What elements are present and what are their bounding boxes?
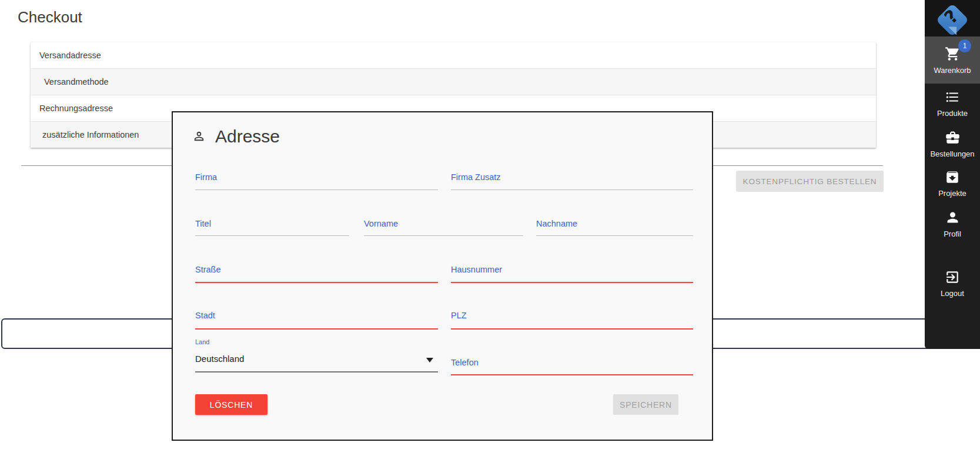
modal-title: Adresse xyxy=(215,127,280,147)
sidebar-nav: ? Warenkorb 1 Produkte Bestellungen xyxy=(925,0,980,349)
accordion-section-label: Versandadresse xyxy=(39,51,101,60)
sidebar-item-label: Produkte xyxy=(937,109,968,118)
archive-icon xyxy=(945,169,960,185)
sidebar-item-projekte[interactable]: Projekte xyxy=(925,164,980,204)
stadt-label: Stadt xyxy=(195,311,215,320)
firma-label: Firma xyxy=(195,172,217,182)
hausnummer-field: Hausnummer xyxy=(451,265,693,283)
stadt-input[interactable] xyxy=(195,320,438,330)
accordion-section-label: Rechnungsadresse xyxy=(39,104,113,113)
titel-field: Titel xyxy=(195,219,349,236)
plz-input[interactable] xyxy=(451,320,693,330)
dropdown-arrow-icon xyxy=(426,358,433,362)
vorname-field: Vorname xyxy=(364,219,523,236)
sidebar-item-label: Profil xyxy=(944,229,961,238)
logout-icon xyxy=(945,270,960,285)
sidebar-item-logout[interactable]: Logout xyxy=(925,261,980,306)
firma-zusatz-input[interactable] xyxy=(451,181,693,190)
briefcase-icon xyxy=(945,129,961,145)
cart-icon xyxy=(945,46,961,62)
hausnummer-input[interactable] xyxy=(451,274,693,283)
vorname-input[interactable] xyxy=(364,227,523,236)
land-selected-value: Deutschland xyxy=(195,354,244,364)
hausnummer-label: Hausnummer xyxy=(451,265,502,274)
sidebar-item-produkte[interactable]: Produkte xyxy=(925,84,980,124)
firma-input[interactable] xyxy=(195,181,438,190)
strasse-label: Straße xyxy=(195,265,221,274)
brand-logo[interactable]: ? xyxy=(925,0,980,36)
stadt-field: Stadt xyxy=(195,311,438,330)
sidebar-item-label: Warenkorb xyxy=(934,66,971,75)
order-button[interactable]: KOSTENPFLICHTIG BESTELLEN xyxy=(736,171,884,192)
land-label: Land xyxy=(195,338,209,345)
accordion-section-versandadresse[interactable]: Versandadresse xyxy=(31,42,876,68)
firma-zusatz-label: Firma Zusatz xyxy=(451,172,501,182)
nachname-field: Nachname xyxy=(536,219,693,236)
accordion-section-versandmethode[interactable]: Versandmethode xyxy=(31,68,876,95)
strasse-field: Straße xyxy=(195,265,438,283)
sidebar-item-label: Projekte xyxy=(938,189,966,198)
person-icon xyxy=(945,209,961,225)
accordion-section-label: Versandmethode xyxy=(44,77,109,87)
telefon-input[interactable] xyxy=(451,366,693,375)
page-title: Checkout xyxy=(18,8,82,26)
plz-label: PLZ xyxy=(451,311,467,320)
plz-field: PLZ xyxy=(451,311,693,330)
cart-badge: 1 xyxy=(958,39,971,52)
list-icon xyxy=(945,89,960,105)
sidebar-item-label: Bestellungen xyxy=(930,149,974,158)
person-outline-icon xyxy=(192,129,206,145)
delete-button[interactable]: LÖSCHEN xyxy=(195,394,267,415)
titel-input[interactable] xyxy=(195,227,349,236)
sidebar-item-profil[interactable]: Profil xyxy=(925,204,980,244)
save-button[interactable]: SPEICHERN xyxy=(613,394,678,415)
firma-field: Firma xyxy=(195,172,438,190)
nachname-input[interactable] xyxy=(536,227,693,236)
address-modal: Adresse Firma Firma Zusatz Titel Vorname… xyxy=(172,111,713,441)
brand-logo-tail xyxy=(948,26,956,35)
strasse-input[interactable] xyxy=(195,274,438,283)
checkout-page: Checkout Versandadresse Versandmethode R… xyxy=(0,0,980,469)
sidebar-item-bestellungen[interactable]: Bestellungen xyxy=(925,124,980,164)
land-field: Land Deutschland xyxy=(195,338,438,375)
firma-zusatz-field: Firma Zusatz xyxy=(451,172,693,190)
sidebar-item-label: Logout xyxy=(941,289,964,298)
land-select[interactable]: Deutschland xyxy=(195,354,438,372)
sidebar-item-warenkorb[interactable]: Warenkorb 1 xyxy=(925,36,980,84)
telefon-field: Telefon xyxy=(451,358,693,375)
accordion-section-label: zusätzliche Informationen xyxy=(42,130,139,139)
